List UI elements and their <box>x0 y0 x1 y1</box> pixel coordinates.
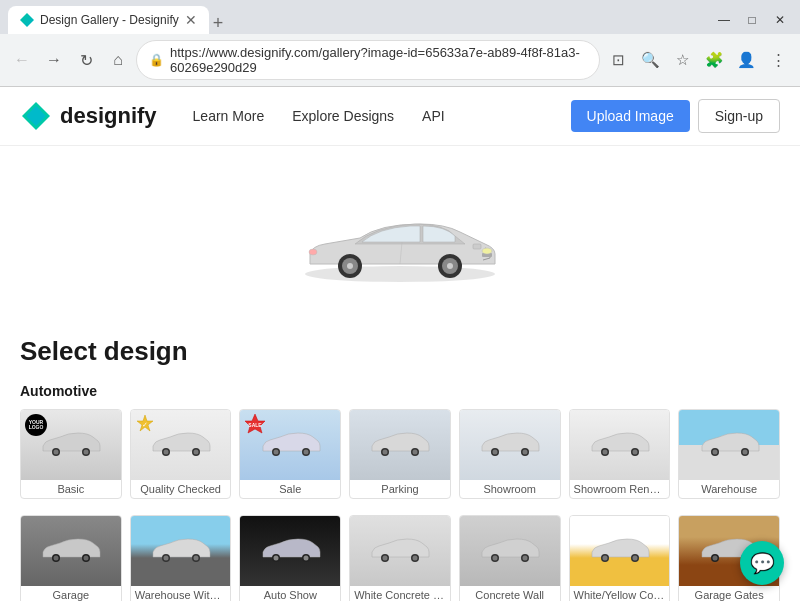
mini-car-white-concrete <box>367 537 432 565</box>
design-card-label-white-concrete: White Concrete Wall <box>350 586 450 601</box>
design-card-label-garage: Garage <box>21 586 121 601</box>
design-card-label-showroom: Showroom <box>460 480 560 498</box>
tab-title: Design Gallery - Designify <box>40 13 179 27</box>
design-card-img-garage <box>21 516 121 586</box>
design-card-basic[interactable]: YOURLOGO Basic <box>20 409 122 499</box>
car-preview-image <box>290 186 510 306</box>
more-icon[interactable]: ⋮ <box>764 46 792 74</box>
design-card-garage[interactable]: Garage <box>20 515 122 601</box>
nav-explore-designs[interactable]: Explore Designs <box>280 102 406 130</box>
lock-icon: 🔒 <box>149 53 164 67</box>
browser-chrome: Design Gallery - Designify ✕ + — □ ✕ ← →… <box>0 0 800 87</box>
active-tab[interactable]: Design Gallery - Designify ✕ <box>8 6 209 34</box>
design-card-img-sale: SALE <box>240 410 340 480</box>
mini-car-quality <box>148 431 213 459</box>
browser-title-bar: Design Gallery - Designify ✕ + — □ ✕ <box>0 0 800 34</box>
url-text: https://www.designify.com/gallery?image-… <box>170 45 587 75</box>
design-card-warehouse[interactable]: Warehouse <box>678 409 780 499</box>
mini-car-warehouse <box>697 431 762 459</box>
home-button[interactable]: ⌂ <box>104 46 132 74</box>
svg-text:SALE: SALE <box>249 422 263 428</box>
design-card-white-concrete[interactable]: White Concrete Wall <box>349 515 451 601</box>
design-card-img-quality: ✓ <box>131 410 231 480</box>
design-card-showroom-rendering[interactable]: Showroom Rendering <box>569 409 671 499</box>
address-bar[interactable]: 🔒 https://www.designify.com/gallery?imag… <box>136 40 600 80</box>
svg-point-65 <box>523 556 528 561</box>
svg-point-21 <box>164 450 169 455</box>
close-button[interactable]: ✕ <box>768 8 792 32</box>
mini-car-warehouse-sky <box>148 537 213 565</box>
sale-badge: SALE <box>243 413 267 441</box>
svg-point-17 <box>84 450 89 455</box>
minimize-button[interactable]: — <box>712 8 736 32</box>
design-card-concrete-wall[interactable]: Concrete Wall <box>459 515 561 601</box>
maximize-button[interactable]: □ <box>740 8 764 32</box>
mini-car-parking <box>367 431 432 459</box>
design-card-img-concrete-wall <box>460 516 560 586</box>
mini-car-yellow-concrete <box>587 537 652 565</box>
svg-point-57 <box>303 556 308 561</box>
design-card-img-auto-show <box>240 516 340 586</box>
mini-car-showroom <box>477 431 542 459</box>
design-card-label-warehouse-sky: Warehouse With Sky <box>131 586 231 601</box>
svg-point-45 <box>742 450 747 455</box>
design-card-label-sale: Sale <box>240 480 340 498</box>
svg-point-69 <box>632 556 637 561</box>
svg-point-11 <box>447 263 453 269</box>
extensions-icon[interactable]: 🧩 <box>700 46 728 74</box>
design-card-showroom[interactable]: Showroom <box>459 409 561 499</box>
chat-bubble[interactable]: 💬 <box>740 541 784 585</box>
tab-close-icon[interactable]: ✕ <box>185 12 197 28</box>
design-card-quality[interactable]: ✓ Quality Checked <box>130 409 232 499</box>
design-card-img-white-concrete <box>350 516 450 586</box>
logo-text: designify <box>60 103 157 129</box>
check-badge: ✓ <box>135 414 155 434</box>
sign-up-button[interactable]: Sign-up <box>698 99 780 133</box>
svg-point-61 <box>413 556 418 561</box>
bookmark-icon[interactable]: ☆ <box>668 46 696 74</box>
design-card-label-concrete-wall: Concrete Wall <box>460 586 560 601</box>
cast-icon[interactable]: ⊡ <box>604 46 632 74</box>
design-card-img-yellow-concrete <box>570 516 670 586</box>
design-card-yellow-concrete[interactable]: White/Yellow Concrete <box>569 515 671 601</box>
upload-image-button[interactable]: Upload Image <box>571 100 690 132</box>
mini-car-basic <box>38 431 103 459</box>
design-card-label-quality: Quality Checked <box>131 480 231 498</box>
mini-car-showroom-rendering <box>587 431 652 459</box>
svg-point-47 <box>54 556 59 561</box>
design-card-label-yellow-concrete: White/Yellow Concrete <box>570 586 670 601</box>
browser-controls: ← → ↻ ⌂ 🔒 https://www.designify.com/gall… <box>0 34 800 86</box>
new-tab-button[interactable]: + <box>213 13 224 34</box>
svg-point-8 <box>347 263 353 269</box>
design-card-auto-show[interactable]: Auto Show <box>239 515 341 601</box>
design-card-sale[interactable]: SALE Sale <box>239 409 341 499</box>
search-icon[interactable]: 🔍 <box>636 46 664 74</box>
design-card-warehouse-sky[interactable]: Warehouse With Sky <box>130 515 232 601</box>
window-controls: — □ ✕ <box>712 8 792 32</box>
svg-point-59 <box>383 556 388 561</box>
design-card-label-garage-gates: Garage Gates <box>679 586 779 601</box>
design-card-parking[interactable]: Parking <box>349 409 451 499</box>
main-content: Select design Automotive YOURLOGO Basic … <box>0 146 800 601</box>
svg-point-29 <box>303 450 308 455</box>
header-actions: Upload Image Sign-up <box>571 99 780 133</box>
toolbar-icons: ⊡ 🔍 ☆ 🧩 👤 ⋮ <box>604 46 792 74</box>
nav-learn-more[interactable]: Learn More <box>181 102 277 130</box>
svg-point-37 <box>523 450 528 455</box>
design-card-img-basic: YOURLOGO <box>21 410 121 480</box>
svg-point-31 <box>383 450 388 455</box>
nav-links: Learn More Explore Designs API <box>181 102 571 130</box>
svg-point-5 <box>309 249 317 255</box>
nav-api[interactable]: API <box>410 102 457 130</box>
svg-point-67 <box>602 556 607 561</box>
svg-point-49 <box>84 556 89 561</box>
design-card-label-basic: Basic <box>21 480 121 498</box>
account-icon[interactable]: 👤 <box>732 46 760 74</box>
design-card-img-warehouse-sky <box>131 516 231 586</box>
svg-point-27 <box>273 450 278 455</box>
logo-icon <box>20 100 52 132</box>
forward-button[interactable]: → <box>40 46 68 74</box>
svg-point-43 <box>712 450 717 455</box>
refresh-button[interactable]: ↻ <box>72 46 100 74</box>
back-button[interactable]: ← <box>8 46 36 74</box>
